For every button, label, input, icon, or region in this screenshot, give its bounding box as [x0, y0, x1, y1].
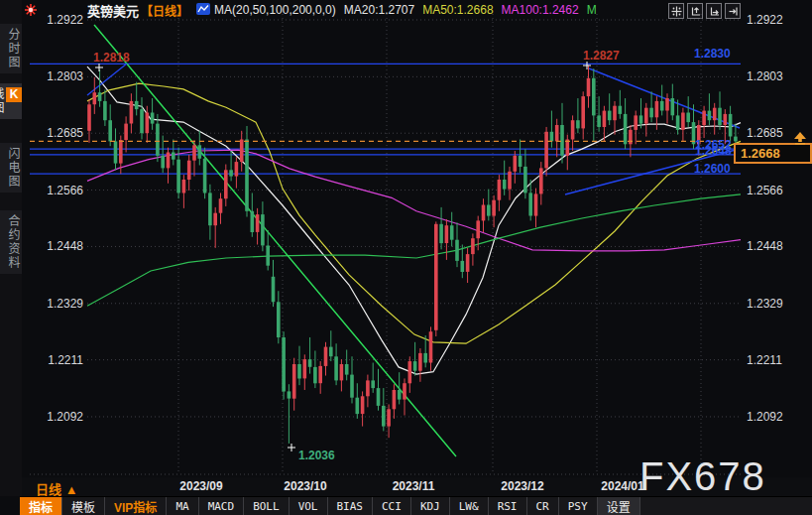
candle-body — [498, 180, 502, 200]
candle-body — [514, 156, 518, 172]
candle-body — [292, 364, 296, 399]
trendline — [589, 68, 740, 128]
candle-body — [649, 108, 653, 118]
candle-body — [303, 359, 307, 378]
candle-body — [576, 120, 580, 128]
candlestick-chart[interactable] — [0, 0, 812, 515]
candle-body — [203, 159, 207, 193]
candle-body — [734, 137, 738, 142]
candle-body — [130, 101, 134, 124]
x-axis-month-label: 2023/12 — [501, 479, 543, 493]
candle-body — [146, 113, 150, 134]
indicator-tab-RSI[interactable]: RSI — [489, 497, 527, 515]
indicator-tab-设置[interactable]: 设置 — [598, 497, 640, 515]
candle-body — [539, 168, 543, 193]
candle-body — [713, 108, 717, 121]
candle-body — [151, 113, 155, 124]
candle-body — [408, 361, 412, 383]
candle-body — [93, 92, 97, 104]
candle-body — [676, 115, 680, 129]
candle-body — [708, 111, 712, 121]
candle-body — [534, 193, 538, 215]
candle-body — [161, 156, 165, 169]
candle-body — [108, 120, 112, 141]
candle-body — [366, 380, 370, 396]
candle-body — [508, 172, 512, 190]
alert-blink-icon — [25, 2, 37, 20]
candle-body — [629, 130, 633, 145]
candle-body — [245, 140, 249, 211]
candle-body — [235, 162, 239, 177]
candle-body — [398, 390, 402, 400]
candle-body — [471, 238, 475, 254]
candle-body — [519, 156, 522, 167]
indicator-tab-PSY[interactable]: PSY — [559, 497, 598, 515]
candle-body — [634, 115, 638, 129]
candle-body — [182, 180, 186, 193]
candle-body — [192, 145, 196, 160]
candle-body — [461, 261, 465, 272]
indicator-tab-VOL[interactable]: VOL — [290, 497, 328, 515]
candle-body — [702, 111, 706, 126]
candle-body — [229, 170, 233, 176]
indicator-tab-BIAS[interactable]: BIAS — [328, 497, 374, 515]
candle-body — [256, 214, 260, 232]
candle-body — [350, 375, 354, 398]
candle-body — [213, 213, 217, 226]
candle-body — [266, 246, 270, 266]
candle-body — [686, 113, 690, 123]
candle-body — [387, 409, 391, 426]
candle-body — [613, 106, 617, 121]
indicator-tab-MACD[interactable]: MACD — [199, 497, 245, 515]
candle-body — [455, 240, 459, 261]
candle-body — [429, 331, 433, 362]
x-axis-month-label: 2024/01 — [601, 479, 643, 493]
candle-body — [597, 115, 601, 127]
indicator-tab-KDJ[interactable]: KDJ — [411, 497, 450, 515]
candle-body — [261, 214, 265, 245]
candle-body — [724, 114, 728, 125]
candle-body — [587, 78, 591, 96]
candle-body — [176, 160, 180, 193]
candle-body — [603, 111, 607, 127]
indicator-tab-VIP指标[interactable]: VIP指标 — [105, 497, 167, 515]
candle-body — [665, 98, 669, 111]
indicator-tab-LW&[interactable]: LW& — [450, 497, 489, 515]
indicator-tab-BOLL[interactable]: BOLL — [244, 497, 290, 515]
candle-body — [334, 356, 338, 380]
candle-body — [555, 125, 559, 141]
candle-body — [272, 277, 276, 303]
trendline — [565, 150, 736, 194]
candle-body — [655, 101, 659, 117]
candle-body — [528, 193, 532, 215]
candle-body — [167, 153, 171, 169]
candle-body — [297, 364, 301, 379]
candle-body — [124, 124, 128, 140]
indicator-tab-模板[interactable]: 模板 — [62, 497, 105, 515]
candle-body — [140, 109, 144, 133]
candle-body — [114, 141, 118, 163]
period-arrow-icon: ▲ — [65, 482, 78, 497]
candle-body — [224, 170, 228, 198]
candle-body — [550, 132, 554, 142]
candle-body — [156, 124, 160, 156]
candle-body — [487, 205, 491, 216]
candle-body — [718, 108, 722, 125]
candle-body — [356, 398, 360, 414]
candle-body — [240, 140, 244, 163]
candle-body — [492, 200, 496, 216]
x-axis-month-label: 2023/10 — [284, 479, 326, 493]
indicator-tab-指标[interactable]: 指标 — [20, 497, 62, 515]
period-label: 日线 — [36, 482, 61, 497]
candle-body — [476, 220, 480, 238]
indicator-tab-CR[interactable]: CR — [527, 497, 559, 515]
candle-body — [288, 391, 291, 398]
candle-body — [445, 225, 449, 243]
candle-body — [482, 205, 486, 221]
price-alert-arrow-icon[interactable] — [793, 131, 807, 149]
candle-body — [729, 114, 733, 137]
candle-body — [523, 167, 527, 193]
indicator-tab-CCI[interactable]: CCI — [373, 497, 411, 515]
indicator-tab-MA[interactable]: MA — [167, 497, 198, 515]
candle-body — [345, 364, 349, 375]
